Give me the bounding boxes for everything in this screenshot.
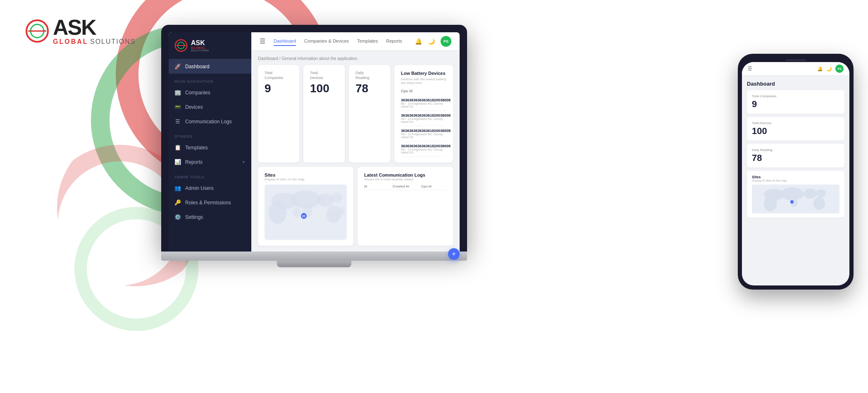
phone-hamburger-icon[interactable]: ☰ xyxy=(748,66,752,72)
phone-sites-title: Sites xyxy=(752,175,839,179)
app-main: ☰ Dashboard Companies & Devices Template… xyxy=(251,32,460,252)
sidebar-item-companies[interactable]: 🏢 Companies xyxy=(169,85,251,100)
phone-map-dot xyxy=(790,200,794,204)
comm-logs-title: Latest Communication Logs xyxy=(364,173,446,177)
topbar-nav-reports[interactable]: Reports xyxy=(386,37,402,46)
phone-dark-mode-icon[interactable]: 🌙 xyxy=(826,66,832,72)
companies-icon: 🏢 xyxy=(174,89,181,96)
battery-address-4: RD - 13 Knightswick Rd, Canvey Island SS xyxy=(401,148,446,154)
topbar-nav-companies[interactable]: Companies & Devices xyxy=(304,37,349,46)
phone-notification-icon[interactable]: 🔔 xyxy=(817,66,823,72)
battery-device-1: 363636363636361820038008 RD - 13 Knights… xyxy=(401,96,446,111)
battery-device-4: 363636363636361820038008 RD - 13 Knights… xyxy=(401,141,446,157)
user-avatar[interactable]: PS xyxy=(441,36,451,47)
sidebar-item-roles[interactable]: 🔑 Roles & Permissions xyxy=(169,195,251,210)
sidebar-item-devices[interactable]: 📟 Devices xyxy=(169,100,251,114)
ask-logo: ASK GLOBAL SOLUTIONS xyxy=(25,17,136,46)
phone-content: Dashboard Total Companies 9 Total Device… xyxy=(742,76,849,285)
breadcrumb-page: Dashboard xyxy=(258,56,278,61)
sites-card: Sites Display of sites on the map. xyxy=(258,167,353,246)
phone-page-title: Dashboard xyxy=(747,81,844,87)
svg-point-11 xyxy=(269,201,287,224)
svg-point-19 xyxy=(764,195,777,211)
comm-logs-subtitle: Shows the 5 most recently added. xyxy=(364,177,446,181)
sidebar-roles-label: Roles & Permissions xyxy=(185,200,231,206)
topbar-actions: 🔔 🌙 PS xyxy=(415,36,451,47)
battery-device-2: 363636363636361820038008 RD - 13 Knights… xyxy=(401,111,446,126)
sidebar-item-templates[interactable]: 📋 Templates xyxy=(169,140,251,155)
map-area: 25 xyxy=(265,185,347,240)
svg-point-12 xyxy=(293,208,301,218)
sidebar-item-comm-logs[interactable]: ☰ Communication Logs xyxy=(169,114,251,129)
phone-world-map-svg xyxy=(752,185,839,213)
companies-stat-label: TotalCompanies xyxy=(265,71,293,80)
notification-icon[interactable]: 🔔 xyxy=(415,38,422,45)
topbar-nav: ☰ Dashboard Companies & Devices Template… xyxy=(260,37,402,46)
devices-stat-value: 100 xyxy=(310,82,338,95)
phone-user-avatar[interactable]: PS xyxy=(835,65,844,73)
sidebar-logo-text: ASK GLOBAL SOLUTIONS xyxy=(191,40,209,52)
battery-card: Low Battery Devices Devices with the low… xyxy=(394,65,453,163)
laptop-stand xyxy=(277,261,351,267)
solutions-brand-name: SOLUTIONS xyxy=(90,38,136,45)
sidebar-item-dashboard[interactable]: 🚀 Dashboard xyxy=(169,59,251,74)
logs-col-id: Id xyxy=(364,185,389,188)
stat-card-reading: DailyReading 78 xyxy=(349,65,390,163)
battery-cpu-id-1: 363636363636361820038008 xyxy=(401,98,446,102)
hamburger-icon[interactable]: ☰ xyxy=(260,37,265,45)
sidebar-comm-logs-label: Communication Logs xyxy=(185,119,232,125)
phone-sites-subtitle: Display of sites on the map. xyxy=(752,179,839,182)
svg-point-21 xyxy=(813,197,825,210)
comm-logs-icon: ☰ xyxy=(174,118,181,125)
topbar-nav-templates[interactable]: Templates xyxy=(357,37,378,46)
phone-reading-value: 78 xyxy=(752,153,839,163)
settings-icon: ⚙️ xyxy=(174,214,181,220)
sidebar-reports-label: Reports xyxy=(185,159,203,165)
sites-subtitle: Display of sites on the map. xyxy=(265,177,347,181)
sidebar-ask-text: ASK xyxy=(191,40,209,46)
phone-topbar-icons: 🔔 🌙 PS xyxy=(817,65,844,73)
battery-address-1: RD - 13 Knightswick Rd, Canvey Island SS xyxy=(401,102,446,108)
sidebar-dashboard-label: Dashboard xyxy=(185,64,210,69)
laptop-screen-outer: ASK GLOBAL SOLUTIONS 🚀 Dashboard Main Na… xyxy=(161,25,467,252)
phone-devices-label: Total Devices xyxy=(752,121,839,125)
ask-brand-name: ASK xyxy=(53,17,136,38)
svg-point-10 xyxy=(331,193,343,203)
battery-cpu-id-4: 363636363636361820038008 xyxy=(401,144,446,148)
sidebar-admin-users-label: Admin Users xyxy=(185,185,214,191)
phone-map-mini xyxy=(752,185,839,213)
dark-mode-icon[interactable]: 🌙 xyxy=(428,38,435,45)
sidebar-logo-icon xyxy=(174,39,188,52)
sidebar-item-settings[interactable]: ⚙️ Settings xyxy=(169,210,251,224)
logo-text: ASK GLOBAL SOLUTIONS xyxy=(53,17,136,46)
battery-address-2: RD - 13 Knightswick Rd, Canvey Island SS xyxy=(401,117,446,123)
phone-companies-value: 9 xyxy=(752,99,839,110)
battery-title: Low Battery Devices xyxy=(401,71,446,76)
svg-point-13 xyxy=(326,205,341,223)
reading-stat-value: 78 xyxy=(355,82,384,95)
sidebar-section-others: Others xyxy=(169,129,251,140)
topbar-nav-dashboard[interactable]: Dashboard xyxy=(274,37,296,46)
svg-point-17 xyxy=(804,189,817,199)
sidebar-logo: ASK GLOBAL SOLUTIONS xyxy=(169,32,251,59)
map-location-dot: 25 xyxy=(301,213,307,219)
svg-point-16 xyxy=(780,187,804,201)
phone-stat-companies: Total Companies 9 xyxy=(747,90,844,114)
battery-address-3: RD - 13 Knightswick Rd, Canvey Island SS xyxy=(401,133,446,139)
battery-col-header: Cpu id xyxy=(401,89,446,93)
logs-table-header: Id Created At Cpu Id xyxy=(364,185,446,190)
sidebar-settings-label: Settings xyxy=(185,214,203,220)
reading-stat-label: DailyReading xyxy=(355,71,384,80)
sidebar-item-admin-users[interactable]: 👥 Admin Users xyxy=(169,181,251,195)
main-bottom-row: Sites Display of sites on the map. xyxy=(258,167,453,246)
admin-users-icon: 👥 xyxy=(174,185,181,191)
phone-devices-value: 100 xyxy=(752,126,839,137)
phone-companies-label: Total Companies xyxy=(752,94,839,98)
battery-cpu-id-2: 363636363636361820038008 xyxy=(401,113,446,117)
brand-logo-area: ASK GLOBAL SOLUTIONS xyxy=(25,17,136,46)
sidebar-global-text: GLOBAL xyxy=(191,46,209,49)
companies-stat-value: 9 xyxy=(265,82,293,95)
phone-outer: ☰ 🔔 🌙 PS Dashboard Total Companies 9 Tot… xyxy=(738,54,854,290)
sidebar-companies-label: Companies xyxy=(185,90,210,96)
sidebar-item-reports[interactable]: 📊 Reports ▼ xyxy=(169,155,251,169)
